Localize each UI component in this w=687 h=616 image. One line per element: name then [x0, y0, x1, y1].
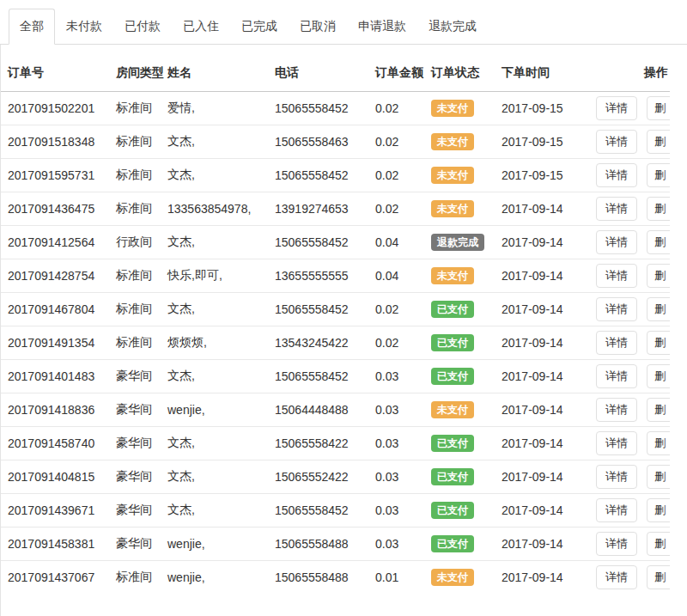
room-type-cell: 豪华间: [109, 494, 161, 528]
tab-1[interactable]: 全部: [9, 9, 55, 45]
status-cell: 未支付: [424, 259, 495, 293]
status-cell: 已支付: [424, 460, 495, 494]
status-badge: 退款完成: [431, 234, 484, 251]
phone-cell: 15065558452: [268, 92, 368, 125]
tab-3[interactable]: 已付款: [113, 9, 172, 45]
amount-cell: 0.03: [368, 393, 424, 427]
actions-cell: 详情 删: [589, 293, 670, 326]
name-cell: 文杰,: [161, 494, 268, 528]
tab-2[interactable]: 未付款: [55, 9, 113, 45]
status-badge: 未支付: [431, 133, 474, 150]
amount-cell: 0.04: [368, 259, 424, 293]
detail-button[interactable]: 详情: [596, 532, 637, 556]
room-type-cell: 豪华间: [109, 360, 161, 393]
status-badge: 未支付: [431, 401, 474, 418]
actions-cell: 详情 删: [589, 427, 670, 460]
column-header: 电话: [268, 55, 368, 92]
room-type-cell: 标准间: [109, 192, 161, 226]
detail-button[interactable]: 详情: [596, 163, 637, 187]
actions-cell: 详情 删: [589, 326, 670, 360]
status-cell: 已支付: [424, 360, 495, 393]
phone-cell: 13919274653: [268, 192, 368, 226]
status-cell: 未支付: [424, 125, 495, 159]
date-cell: 2017-09-15: [495, 159, 589, 192]
delete-button[interactable]: 删: [647, 297, 670, 321]
room-type-cell: 标准间: [109, 259, 161, 293]
tab-8[interactable]: 退款完成: [417, 9, 488, 45]
detail-button[interactable]: 详情: [596, 297, 637, 321]
phone-cell: 15065558463: [268, 125, 368, 159]
name-cell: 文杰,: [161, 159, 268, 192]
table-row: 2017091428754 标准间 快乐,即可, 13655555555 0.0…: [1, 259, 670, 293]
detail-button[interactable]: 详情: [596, 465, 637, 489]
date-cell: 2017-09-14: [495, 528, 589, 561]
detail-button[interactable]: 详情: [596, 130, 637, 154]
status-badge: 已支付: [431, 468, 474, 485]
orders-page: 全部未付款已付款已入住已完成已取消申请退款退款完成 订单号房间类型姓名电话订单金…: [0, 9, 687, 616]
order-no-cell: 2017091502201: [1, 92, 109, 125]
room-type-cell: 标准间: [109, 125, 161, 159]
delete-button[interactable]: 删: [647, 163, 670, 187]
delete-button[interactable]: 删: [647, 230, 670, 254]
detail-button[interactable]: 详情: [596, 197, 637, 221]
actions-cell: 详情 删: [589, 92, 670, 125]
delete-button[interactable]: 删: [647, 498, 670, 522]
status-cell: 已支付: [424, 326, 495, 360]
tab-7[interactable]: 申请退款: [347, 9, 417, 45]
table-header-row: 订单号房间类型姓名电话订单金额订单状态下单时间操作: [1, 55, 670, 92]
amount-cell: 0.02: [368, 92, 424, 125]
room-type-cell: 标准间: [109, 561, 161, 595]
detail-button[interactable]: 详情: [596, 431, 637, 455]
delete-button[interactable]: 删: [647, 264, 670, 288]
delete-button[interactable]: 删: [647, 364, 670, 388]
date-cell: 2017-09-14: [495, 460, 589, 494]
detail-button[interactable]: 详情: [596, 96, 637, 120]
tab-5[interactable]: 已完成: [230, 9, 289, 45]
delete-button[interactable]: 删: [647, 96, 670, 120]
date-cell: 2017-09-14: [495, 561, 589, 595]
order-no-cell: 2017091428754: [1, 259, 109, 293]
tab-6[interactable]: 已取消: [289, 9, 347, 45]
delete-button[interactable]: 删: [647, 398, 670, 422]
tab-4[interactable]: 已入住: [172, 9, 230, 45]
delete-button[interactable]: 删: [647, 532, 670, 556]
order-no-cell: 2017091467804: [1, 293, 109, 326]
name-cell: 文杰,: [161, 125, 268, 159]
status-badge: 未支付: [431, 569, 474, 586]
delete-button[interactable]: 删: [647, 465, 670, 489]
table-row: 2017091404815 豪华间 文杰, 15065552422 0.03 已…: [1, 460, 670, 494]
detail-button[interactable]: 详情: [596, 230, 637, 254]
phone-cell: 15065558452: [268, 293, 368, 326]
detail-button[interactable]: 详情: [596, 498, 637, 522]
table-row: 2017091437067 标准间 wenjie, 15065558488 0.…: [1, 561, 670, 595]
delete-button[interactable]: 删: [647, 565, 670, 589]
delete-button[interactable]: 删: [647, 130, 670, 154]
detail-button[interactable]: 详情: [596, 331, 637, 355]
order-no-cell: 2017091437067: [1, 561, 109, 595]
actions-cell: 详情 删: [589, 259, 670, 293]
detail-button[interactable]: 详情: [596, 364, 637, 388]
detail-button[interactable]: 详情: [596, 398, 637, 422]
date-cell: 2017-09-14: [495, 393, 589, 427]
date-cell: 2017-09-14: [495, 226, 589, 259]
detail-button[interactable]: 详情: [596, 565, 637, 589]
status-cell: 未支付: [424, 393, 495, 427]
name-cell: 烦烦烦,: [161, 326, 268, 360]
phone-cell: 15065558452: [268, 494, 368, 528]
delete-button[interactable]: 删: [647, 331, 670, 355]
table-row: 2017091595731 标准间 文杰, 15065558452 0.02 未…: [1, 159, 670, 192]
status-cell: 已支付: [424, 427, 495, 460]
amount-cell: 0.03: [368, 360, 424, 393]
actions-cell: 详情 删: [589, 159, 670, 192]
column-header: 房间类型: [109, 55, 161, 92]
delete-button[interactable]: 删: [647, 197, 670, 221]
amount-cell: 0.02: [368, 293, 424, 326]
amount-cell: 0.03: [368, 460, 424, 494]
detail-button[interactable]: 详情: [596, 264, 637, 288]
name-cell: wenjie,: [161, 528, 268, 561]
order-no-cell: 2017091595731: [1, 159, 109, 192]
date-cell: 2017-09-14: [495, 293, 589, 326]
actions-cell: 详情 删: [589, 125, 670, 159]
actions-cell: 详情 删: [589, 528, 670, 561]
delete-button[interactable]: 删: [647, 431, 670, 455]
